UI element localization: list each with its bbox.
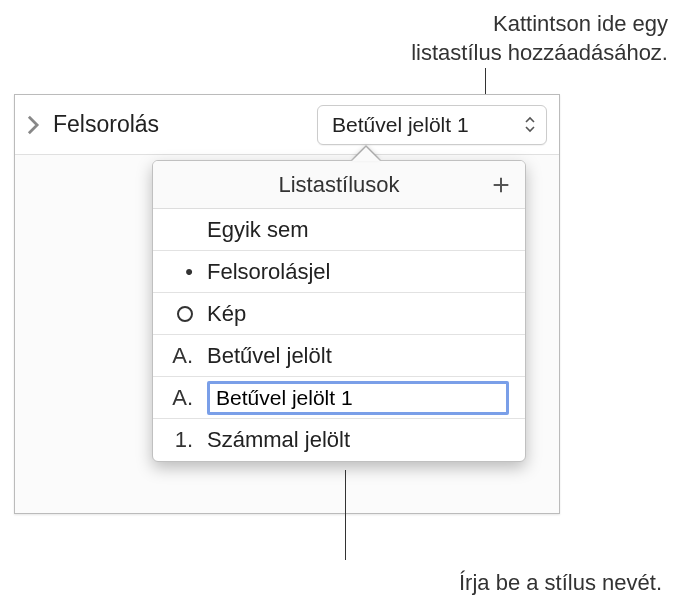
list-style-item-image[interactable]: Kép xyxy=(153,293,525,335)
chevron-updown-icon xyxy=(524,116,536,133)
style-name-input[interactable] xyxy=(207,381,509,415)
list-style-item-lettered[interactable]: A. Betűvel jelölt xyxy=(153,335,525,377)
dropdown-value: Betűvel jelölt 1 xyxy=(332,113,469,137)
list-style-item-numbered[interactable]: 1. Számmal jelölt xyxy=(153,419,525,461)
list-item-label: Számmal jelölt xyxy=(207,427,350,453)
list-item-label: Egyik sem xyxy=(207,217,308,243)
callout-line-bottom xyxy=(345,470,346,560)
list-item-label: Kép xyxy=(207,301,246,327)
list-styles-popover-wrap: Listastílusok Egyik sem • Felsorolásjel … xyxy=(152,160,526,462)
plus-icon xyxy=(490,174,512,196)
bullet-icon: • xyxy=(169,259,193,285)
list-style-dropdown[interactable]: Betűvel jelölt 1 xyxy=(317,105,547,145)
popover-pointer xyxy=(352,147,380,161)
list-style-item-bullet[interactable]: • Felsorolásjel xyxy=(153,251,525,293)
number-marker-icon: 1. xyxy=(169,427,193,453)
chevron-right-icon[interactable] xyxy=(21,113,45,137)
popover-header: Listastílusok xyxy=(153,161,525,209)
letter-marker-icon: A. xyxy=(169,343,193,369)
panel-section-label: Felsorolás xyxy=(53,111,317,138)
callout-text-line1: Kattintson ide egy xyxy=(411,10,668,39)
letter-marker-icon: A. xyxy=(169,385,193,411)
callout-type-name: Írja be a stílus nevét. xyxy=(459,570,662,596)
panel-header: Felsorolás Betűvel jelölt 1 xyxy=(15,95,559,155)
list-item-label: Felsorolásjel xyxy=(207,259,331,285)
list-item-label: Betűvel jelölt xyxy=(207,343,332,369)
list-style-item-lettered-1[interactable]: A. xyxy=(153,377,525,419)
list-styles-popover: Listastílusok Egyik sem • Felsorolásjel … xyxy=(152,160,526,462)
list-style-item-none[interactable]: Egyik sem xyxy=(153,209,525,251)
callout-add-style: Kattintson ide egy listastílus hozzáadás… xyxy=(411,10,668,67)
add-style-button[interactable] xyxy=(487,171,515,199)
callout-text-line2: listastílus hozzáadásához. xyxy=(411,39,668,68)
popover-title: Listastílusok xyxy=(278,172,399,198)
circle-icon xyxy=(169,306,193,322)
